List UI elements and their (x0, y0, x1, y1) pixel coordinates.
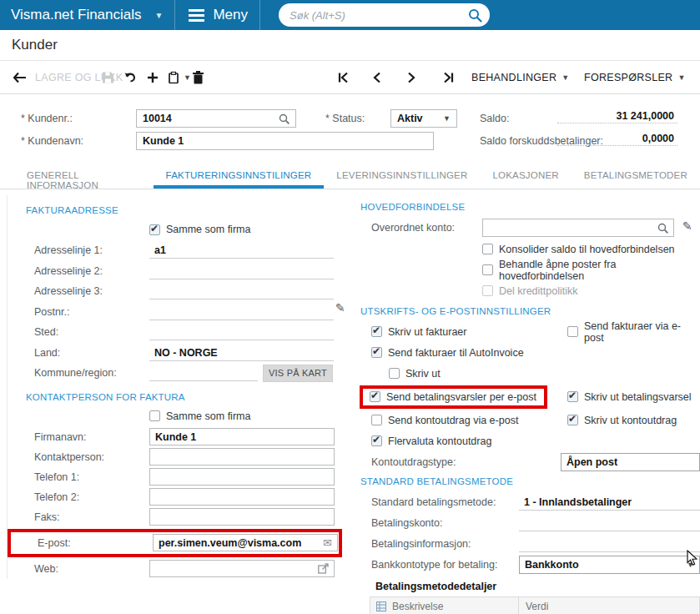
checkbox-icon[interactable] (149, 224, 160, 235)
app-switcher[interactable]: Visma.net Financials ▼ (0, 7, 163, 23)
nav-last-button[interactable] (443, 72, 454, 83)
tab-betalingsmetoder[interactable]: BETALINGSMETODER (572, 165, 700, 189)
checkbox-icon[interactable] (482, 264, 493, 275)
betalingskonto-field[interactable] (519, 515, 700, 531)
edit-postnr-pencil-icon[interactable]: ✎ (335, 302, 345, 314)
lookup-icon[interactable] (657, 223, 668, 234)
checkbox-icon[interactable] (482, 285, 493, 296)
menu-label: Meny (213, 7, 248, 23)
telefon2-row: Telefon 2: (8, 487, 342, 507)
kommune-field[interactable] (149, 365, 258, 381)
behandlinger-menu[interactable]: BEHANDLINGER ▼ (471, 72, 569, 83)
edit-overordnet-konto-pencil-icon[interactable]: ✎ (682, 220, 692, 232)
chevron-down-icon[interactable]: ▼ (687, 561, 694, 569)
adresselinje1-field[interactable]: a1 (149, 242, 334, 259)
samme-som-firma-kontakt-checkbox[interactable]: Samme som firma (149, 410, 250, 422)
tab-faktureringsinnstillinger[interactable]: FAKTURERINGSINNSTILINGER (154, 165, 325, 189)
web-label: Web: (34, 563, 149, 575)
kontoutdragstype-dropdown[interactable]: Åpen post (561, 453, 700, 471)
behandle-apne-poster-checkbox[interactable]: Behandle åpne poster fra hovedforbindels… (482, 259, 700, 282)
external-link-icon[interactable] (318, 563, 329, 574)
send-fakturaer-epost-checkbox[interactable]: Send fakturaer via e-post (567, 320, 700, 344)
tab-lokasjoner[interactable]: LOKASJONER (480, 165, 571, 189)
checkbox-icon[interactable] (482, 244, 493, 254)
betalingsinformasjon-field[interactable] (519, 536, 700, 552)
checkbox-icon[interactable] (371, 435, 382, 446)
envelope-icon[interactable]: ✉ (323, 536, 332, 549)
telefon1-row: Telefon 1: (8, 467, 342, 487)
bankkontotype-dropdown[interactable]: Bankkonto ▼ (519, 556, 700, 574)
telefon2-field[interactable] (149, 488, 335, 506)
kontoutdragstype-label: Kontoutdragstype: (371, 456, 561, 468)
tab-leveringsinnstillinger[interactable]: LEVERINGSINNSTILLINGER (324, 165, 480, 189)
del-kredittpolitikk-checkbox[interactable]: Del kredittpolitikk (482, 285, 577, 297)
overordnet-konto-field[interactable] (482, 219, 674, 237)
adresselinje2-label: Adresselinje 2: (34, 265, 149, 277)
betalingsinformasjon-row: Betalingsinformasjon: (359, 533, 700, 554)
add-new-button[interactable] (147, 72, 159, 83)
checkbox-icon[interactable] (567, 326, 578, 337)
kundenr-field[interactable]: 10014 (136, 109, 296, 128)
checkbox-icon[interactable] (371, 326, 382, 337)
kommune-label: Kommune/region: (34, 367, 149, 379)
flervaluta-checkbox[interactable]: Flervaluta kontoutdrag (371, 435, 491, 447)
web-field[interactable] (149, 560, 335, 577)
postnr-field[interactable] (149, 304, 334, 320)
kundenavn-field[interactable]: Kunde 1 (136, 132, 434, 150)
search-input[interactable] (290, 9, 468, 22)
vis-pa-kart-button[interactable]: VIS PÅ KART (263, 365, 333, 382)
skriv-ut-fakturaer-checkbox[interactable]: Skriv ut fakturaer (371, 326, 466, 338)
kontaktperson-heading: KONTAKTPERSON FOR FAKTURA (26, 392, 342, 402)
copy-paste-button[interactable]: ▼ (169, 71, 191, 83)
column-header-verdi[interactable]: Verdi (519, 601, 548, 612)
checkbox-icon[interactable] (567, 415, 578, 425)
land-field[interactable]: NO - NORGE (149, 345, 334, 361)
grid-settings-icon[interactable] (370, 601, 392, 611)
delete-button[interactable] (193, 71, 204, 84)
postnr-label: Postnr.: (34, 306, 149, 318)
nav-prev-button[interactable] (373, 72, 380, 83)
checkbox-icon[interactable] (567, 391, 578, 402)
skriv-ut-checkbox[interactable]: Skriv ut (389, 368, 441, 380)
checkbox-icon[interactable] (371, 347, 382, 358)
save-button[interactable] (102, 71, 114, 83)
epost-field[interactable]: per.simen.veum@visma.com ✉ (153, 534, 338, 551)
adresselinje2-field[interactable] (149, 263, 334, 279)
global-search[interactable] (279, 3, 490, 27)
lookup-icon[interactable] (279, 113, 290, 124)
menu-button[interactable]: Meny (189, 7, 248, 23)
foresporsler-label: FORESPØRSLER (584, 72, 672, 83)
sted-field[interactable] (149, 324, 334, 340)
nav-next-button[interactable] (408, 72, 415, 83)
checkbox-icon[interactable] (389, 368, 400, 379)
checkbox-icon[interactable] (370, 391, 380, 402)
tab-generell-informasjon[interactable]: GENERELL INFORMASJON (14, 165, 154, 189)
checkbox-icon[interactable] (149, 410, 160, 421)
search-icon[interactable] (468, 8, 482, 23)
faks-field[interactable] (149, 508, 335, 526)
send-betalingsvarsler-checkbox[interactable]: Send betalingsvarsler per e-post (360, 385, 547, 409)
konsolider-checkbox[interactable]: Konsolider saldo til hovedforbindelsen (482, 244, 675, 255)
column-header-beskrivelse[interactable]: Beskrivelse (392, 601, 518, 612)
samme-som-firma-adresse-checkbox[interactable]: Samme som firma (149, 224, 250, 235)
status-dropdown[interactable]: Aktiv ▼ (390, 109, 457, 128)
send-autoinvoice-checkbox[interactable]: Send fakturaer til AutoInvoice (371, 347, 524, 359)
foresporsler-menu[interactable]: FORESPØRSLER ▼ (584, 72, 685, 83)
send-kontoutdrag-checkbox[interactable]: Send kontoutdrag via e-post (371, 415, 518, 426)
back-button[interactable] (13, 72, 27, 83)
clipboard-icon (169, 71, 179, 83)
checkbox-icon[interactable] (371, 415, 382, 425)
adresselinje2-row: Adresselinje 2: (8, 261, 342, 282)
telefon1-field[interactable] (149, 468, 335, 486)
nav-first-button[interactable] (338, 72, 349, 83)
kontaktperson-field[interactable] (149, 448, 335, 466)
firmanavn-field[interactable]: Kunde 1 (149, 428, 335, 445)
skriv-ut-betalingsvarsel-checkbox[interactable]: Skriv ut betalingsvarsel (567, 391, 692, 403)
top-header-bar: Visma.net Financials ▼ Meny (0, 0, 700, 30)
undo-button[interactable] (124, 72, 137, 83)
adresselinje3-field[interactable] (149, 283, 334, 299)
web-row: Web: (8, 559, 342, 579)
skriv-ut-kontoutdrag-checkbox[interactable]: Skriv ut kontoutdrag (567, 415, 677, 426)
standard-betalingsmetode-field[interactable]: 1 - Innlandsbetalinger (519, 494, 700, 511)
adresselinje1-row: Adresselinje 1: a1 (8, 240, 342, 261)
